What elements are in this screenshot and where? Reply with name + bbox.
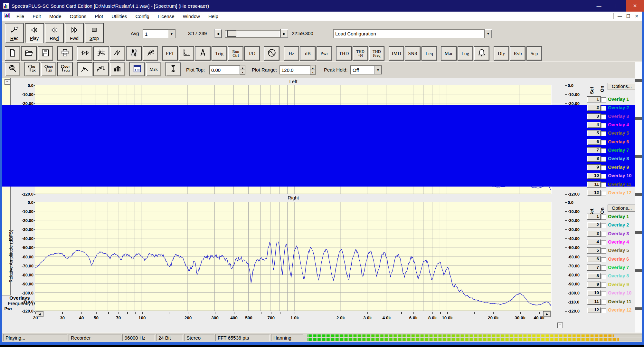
mdi-close-button[interactable]: ✕: [632, 14, 641, 19]
chevron-down-icon[interactable]: ▼: [168, 30, 175, 38]
fft-settings-button[interactable]: FFT: [163, 47, 177, 60]
collapse-left-plot-button[interactable]: −: [5, 79, 10, 85]
thd-freq-button[interactable]: THD Freq: [369, 47, 384, 60]
avg-combo[interactable]: 1 ▼: [143, 29, 175, 38]
overlay-set-button-1[interactable]: 1: [587, 214, 601, 219]
amplitude-axis-button[interactable]: [166, 63, 181, 76]
overlay-on-checkbox-7[interactable]: [601, 265, 606, 271]
overlay-on-checkbox-12[interactable]: [601, 191, 606, 196]
overlay-on-checkbox-6[interactable]: [601, 257, 606, 262]
menu-config[interactable]: Config: [131, 14, 153, 19]
plot-style-line-button[interactable]: [77, 63, 92, 76]
macro-button[interactable]: Mac: [441, 47, 456, 60]
overlay-on-checkbox-12[interactable]: [601, 308, 606, 313]
units-hz-button[interactable]: Hz: [284, 47, 299, 60]
play-button[interactable]: Play: [25, 24, 43, 43]
view-3d-surface-button[interactable]: [143, 47, 158, 60]
overlay-on-checkbox-1[interactable]: [601, 215, 606, 220]
overlay-set-button-5[interactable]: 5: [587, 248, 601, 253]
menu-help[interactable]: Help: [204, 14, 223, 19]
save-file-button[interactable]: [38, 47, 53, 60]
view-spectrum-button[interactable]: [94, 47, 109, 60]
overlay-on-checkbox-2[interactable]: [601, 106, 606, 111]
overlay-set-button-12[interactable]: 12: [587, 190, 601, 196]
overlay-on-checkbox-8[interactable]: [601, 274, 606, 279]
seek-forward-button[interactable]: ▶: [281, 29, 288, 38]
overlay-on-checkbox-3[interactable]: [601, 232, 606, 237]
stop-button[interactable]: Stop: [85, 24, 103, 43]
overlay-on-checkbox-5[interactable]: [601, 248, 606, 254]
overlay-set-button-9[interactable]: 9: [587, 165, 601, 170]
view-phase-button[interactable]: [110, 47, 125, 60]
zoom-out-full-button[interactable]: OUTFULL: [58, 63, 72, 76]
view-time-series-button[interactable]: [77, 47, 92, 60]
overlay-set-button-4[interactable]: 4: [587, 239, 601, 245]
maximize-button[interactable]: [608, 0, 626, 12]
io-device-button[interactable]: I/O: [245, 47, 260, 60]
slider-thumb[interactable]: [228, 31, 236, 36]
plot-top-input[interactable]: 0.00: [209, 65, 240, 74]
snr-button[interactable]: SNR: [405, 47, 420, 60]
overlay-on-checkbox-8[interactable]: [601, 157, 606, 162]
close-button[interactable]: ✕: [626, 0, 644, 12]
markers-button[interactable]: Mrk: [146, 63, 161, 76]
signal-generator-button[interactable]: [264, 47, 279, 60]
overlay-on-checkbox-9[interactable]: [601, 283, 606, 288]
overlay-set-button-3[interactable]: 3: [587, 114, 601, 119]
overlay-options-button[interactable]: Options...: [608, 83, 636, 90]
overlay-on-checkbox-7[interactable]: [601, 148, 606, 153]
print-button[interactable]: [58, 47, 72, 60]
menu-license[interactable]: License: [154, 14, 179, 19]
overlay-options-button[interactable]: Options...: [608, 205, 636, 212]
thd-button[interactable]: THD: [336, 47, 351, 60]
scales-button[interactable]: [179, 47, 194, 60]
thd-plus-n-button[interactable]: THD +N: [353, 47, 368, 60]
leq-button[interactable]: Leq: [422, 47, 437, 60]
peak-hold-combo[interactable]: Off ▼: [350, 65, 382, 74]
menu-file[interactable]: File: [12, 14, 28, 19]
overlay-set-button-2[interactable]: 2: [587, 105, 601, 111]
record-button[interactable]: Rec: [5, 24, 24, 43]
menu-utilities[interactable]: Utilities: [107, 14, 131, 19]
zoom-in-2x-button[interactable]: IN2X: [25, 63, 40, 76]
logging-button[interactable]: Log: [458, 47, 473, 60]
menu-options[interactable]: Options: [66, 14, 91, 19]
overlay-set-button-7[interactable]: 7: [587, 265, 601, 270]
overlay-on-checkbox-11[interactable]: [601, 300, 606, 305]
mdi-restore-button[interactable]: ❐: [624, 14, 632, 19]
reverb-button[interactable]: Rvb: [510, 47, 525, 60]
overlay-set-button-11[interactable]: 11: [587, 182, 601, 187]
new-file-button[interactable]: [5, 47, 20, 60]
overlay-set-button-6[interactable]: 6: [587, 139, 601, 145]
overlay-set-button-1[interactable]: 1: [587, 97, 601, 102]
overlay-on-checkbox-1[interactable]: [601, 97, 606, 102]
overlay-on-checkbox-10[interactable]: [601, 291, 606, 296]
forward-button[interactable]: Fwd: [65, 24, 83, 43]
seek-back-button[interactable]: ◀: [214, 29, 222, 38]
overlay-set-button-4[interactable]: 4: [587, 122, 601, 128]
collapse-pwr-button[interactable]: −: [557, 323, 563, 328]
overlay-set-button-6[interactable]: 6: [587, 256, 601, 262]
imd-button[interactable]: IMD: [389, 47, 404, 60]
chevron-down-icon[interactable]: ▼: [374, 66, 382, 74]
configuration-combo[interactable]: Load Configuration ▼: [333, 29, 492, 38]
overlay-set-button-11[interactable]: 11: [587, 299, 601, 304]
overlay-set-button-7[interactable]: 7: [587, 148, 601, 153]
plot-range-spinner[interactable]: ▲▼: [310, 65, 315, 74]
menu-edit[interactable]: Edit: [28, 14, 45, 19]
overlay-set-button-2[interactable]: 2: [587, 222, 601, 228]
overlay-on-checkbox-4[interactable]: [601, 240, 606, 245]
overlay-on-checkbox-11[interactable]: [601, 182, 606, 188]
view-spectrogram-button[interactable]: [127, 47, 141, 60]
overlay-set-button-3[interactable]: 3: [587, 231, 601, 236]
units-db-button[interactable]: dB: [300, 47, 315, 60]
overlay-on-checkbox-2[interactable]: [601, 223, 606, 228]
plot-scroll-right-button[interactable]: ▶: [544, 312, 551, 317]
scope-button[interactable]: Scp: [527, 47, 542, 60]
overlay-set-button-9[interactable]: 9: [587, 282, 601, 287]
plot-scroll-left-button[interactable]: ◀: [36, 312, 43, 317]
plot-style-step-button[interactable]: [94, 63, 109, 76]
run-control-button[interactable]: Run Ctrl: [228, 47, 243, 60]
menu-window[interactable]: Window: [179, 14, 204, 19]
overlay-on-checkbox-4[interactable]: [601, 123, 606, 128]
